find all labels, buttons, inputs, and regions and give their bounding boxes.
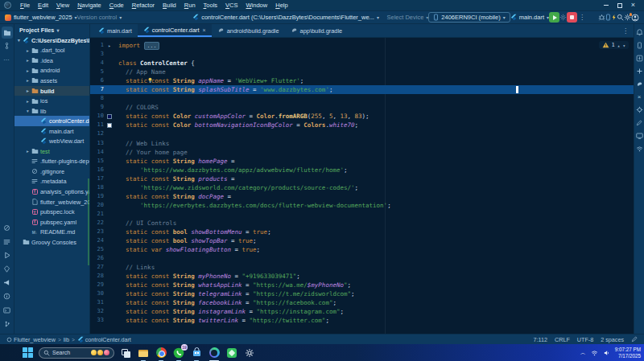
code-line[interactable]: 18 'https://www.zidsworld.com/category/p… xyxy=(90,183,634,192)
tree-item[interactable]: ▸test xyxy=(14,146,89,157)
tree-item[interactable]: flutter_webview_2025... xyxy=(14,197,89,207)
tree-chevron-icon[interactable]: ▸ xyxy=(25,78,31,83)
tree-item[interactable]: ▸.idea xyxy=(14,55,89,66)
minimize-button[interactable] xyxy=(599,0,613,10)
project-folder-icon[interactable] xyxy=(2,27,13,39)
caret-position[interactable]: 7:112 xyxy=(534,336,547,343)
close-button[interactable]: × xyxy=(626,0,640,10)
breadcrumb-item[interactable]: Flutter_webview xyxy=(6,336,56,343)
tree-item[interactable]: webView.dart xyxy=(14,136,89,146)
tree-item[interactable]: ▸build xyxy=(14,86,89,96)
tree-item[interactable]: Ypubspec.yaml xyxy=(14,217,89,228)
menu-help[interactable]: Help xyxy=(271,2,291,9)
close-tab-icon[interactable]: × xyxy=(203,27,206,33)
menu-view[interactable]: View xyxy=(52,2,73,9)
next-problem-icon[interactable]: ▾ xyxy=(622,43,625,48)
start-button[interactable] xyxy=(21,347,34,359)
tree-item[interactable]: ▾C:\Users\DazzBytes\Do... xyxy=(14,35,89,46)
code-line[interactable]: 22 // UI Controls xyxy=(90,219,634,228)
inspection-widget[interactable]: 1 ▴ ▾ xyxy=(599,41,629,49)
color-swatch[interactable] xyxy=(107,123,113,129)
code-line[interactable]: 13 // Web Links xyxy=(90,139,634,148)
tree-item[interactable]: controlCenter.dart xyxy=(14,116,89,126)
code-line[interactable]: 9 // COLORS xyxy=(90,103,634,112)
more-tool-windows-icon[interactable]: … xyxy=(2,52,13,64)
menu-refactor[interactable]: Refactor xyxy=(128,2,159,9)
problems-info-icon[interactable] xyxy=(2,290,13,302)
run-configuration-widget[interactable]: controlCenter.dart (C:\Users\DazzBytes\D… xyxy=(192,14,379,21)
prev-problem-icon[interactable]: ▴ xyxy=(617,43,621,48)
stop-button[interactable] xyxy=(567,12,577,23)
commit-structure-icon[interactable] xyxy=(2,39,13,51)
tree-item[interactable]: .metadata xyxy=(14,177,89,187)
app-insights-bug-icon[interactable] xyxy=(635,104,644,116)
code-line[interactable]: 31 static const String facebookLink = "h… xyxy=(90,298,634,307)
target-config-widget[interactable]: main.dart ▾ xyxy=(510,14,549,21)
wifi-icon[interactable] xyxy=(591,350,598,356)
menu-build[interactable]: Build xyxy=(159,2,180,9)
tree-chevron-icon[interactable]: ▸ xyxy=(25,99,31,104)
sync-disabled-icon[interactable] xyxy=(2,222,13,234)
taskbar-app-android-studio[interactable] xyxy=(208,347,221,359)
tab-options-icon[interactable]: ⋮ xyxy=(621,27,630,35)
running-devices-screen-icon[interactable] xyxy=(635,129,644,142)
tree-chevron-icon[interactable]: ▸ xyxy=(25,68,31,73)
tree-item[interactable]: ▾lib xyxy=(14,106,89,117)
lightning-icon[interactable] xyxy=(611,14,617,21)
run-button[interactable] xyxy=(549,12,559,23)
code-line[interactable]: 7 static const String splashSubTitle = '… xyxy=(90,85,634,94)
code-line[interactable]: 25 static var showFloatingButton = true; xyxy=(90,245,634,254)
gradle-blob-icon[interactable] xyxy=(635,78,644,90)
todo-list-icon[interactable] xyxy=(2,236,13,248)
code-line[interactable]: 6 static const String appName = 'WebView… xyxy=(90,76,634,85)
code-line[interactable]: 5 // App Name xyxy=(90,68,634,76)
editor-tab[interactable]: android\build.gradle xyxy=(212,24,285,37)
breadcrumb-item[interactable]: lib xyxy=(64,336,69,343)
code-line[interactable]: 12 xyxy=(90,129,634,138)
device-phone-icon[interactable] xyxy=(635,39,644,51)
code-line[interactable]: 11 static const Color bottomNavigationIc… xyxy=(90,121,634,129)
assistant-pencil-icon[interactable] xyxy=(635,117,644,129)
code-line[interactable]: 20 'https://everbytes.dazzbytes.com/docs… xyxy=(90,201,634,210)
emulator-plus-icon[interactable] xyxy=(635,65,644,77)
code-editor[interactable]: 1▸import ...34class ControlCenter {5 // … xyxy=(90,38,634,334)
close-x-icon[interactable]: × xyxy=(635,91,644,103)
menu-navigate[interactable]: Navigate xyxy=(73,2,105,9)
speaker-icon[interactable] xyxy=(603,350,610,356)
taskbar-app-android-tool[interactable] xyxy=(225,347,238,359)
taskbar-app-task-view[interactable] xyxy=(119,347,132,359)
run-tool-icon[interactable] xyxy=(2,249,13,261)
fold-arrow-icon[interactable]: ▸ xyxy=(108,41,111,50)
editor-tab[interactable]: app\build.gradle xyxy=(285,24,349,37)
maximize-button[interactable] xyxy=(613,0,626,10)
file-encoding[interactable]: UTF-8 xyxy=(577,336,593,343)
taskbar-app-store[interactable] xyxy=(190,347,203,359)
tree-item[interactable]: Groovy Consoles xyxy=(14,237,89,248)
code-line[interactable]: 10 static const Color customAppColor = C… xyxy=(90,112,634,121)
code-line[interactable]: 33 static const String twitterLink = "ht… xyxy=(90,316,634,325)
code-line[interactable]: 26 xyxy=(90,254,634,263)
taskbar-app-settings[interactable] xyxy=(243,347,256,359)
menu-tools[interactable]: Tools xyxy=(200,2,222,9)
tree-item[interactable]: ▸.dart_tool xyxy=(14,46,89,56)
menu-file[interactable]: File xyxy=(16,2,34,9)
code-line[interactable]: 28 static const String myPhoneNo = "+919… xyxy=(90,272,634,281)
tree-item[interactable]: Ypubspec.lock xyxy=(14,207,89,217)
project-panel-header[interactable]: Project Files ▾ xyxy=(14,24,89,35)
taskbar-clock[interactable]: 9:07:27 PM 7/17/2025 xyxy=(615,347,641,359)
code-line[interactable]: 21 xyxy=(90,210,634,219)
profiler-megaphone-icon[interactable] xyxy=(2,277,13,289)
tree-chevron-icon[interactable]: ▸ xyxy=(25,58,31,63)
code-line[interactable]: 16 'https://www.dazzbytes.com/appz/advwe… xyxy=(90,166,634,174)
code-line[interactable]: 30 static const String telegramLink = "h… xyxy=(90,289,634,298)
code-line[interactable]: 24 static const bool showTopBar = true; xyxy=(90,236,634,245)
editor-tab[interactable]: controlCenter.dart× xyxy=(138,24,212,37)
code-line[interactable]: 15 static const String homePage = xyxy=(90,157,634,166)
tree-chevron-icon[interactable]: ▾ xyxy=(25,109,31,113)
tree-item[interactable]: ▸android xyxy=(14,66,89,76)
menu-window[interactable]: Window xyxy=(242,2,272,9)
more-actions-icon[interactable]: ⋮ xyxy=(577,14,587,21)
tree-chevron-icon[interactable]: ▸ xyxy=(25,88,31,93)
tree-chevron-icon[interactable]: ▸ xyxy=(25,48,31,53)
menu-edit[interactable]: Edit xyxy=(34,2,52,9)
